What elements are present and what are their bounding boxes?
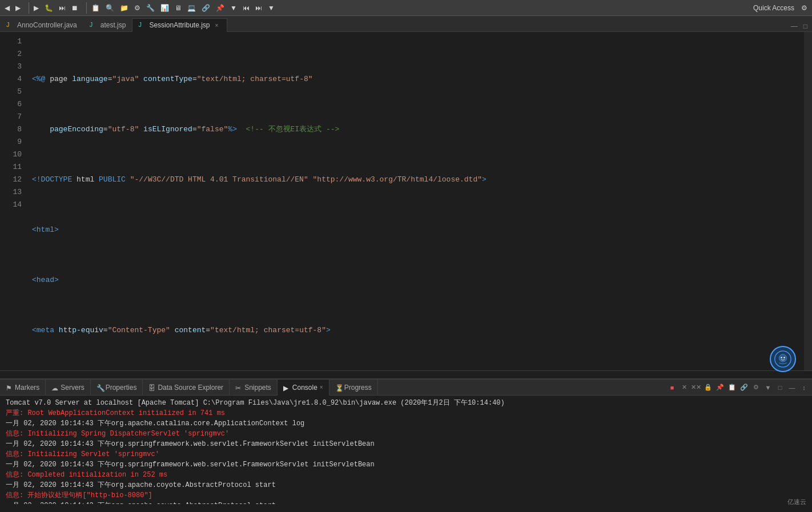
toolbar-btn-misc3[interactable]: 📁 [118,3,131,13]
console-line-1: 严重: Root WebApplicationContext initializ… [6,408,806,418]
console-line-9: 信息: 开始协议处理句柄["http-bio-8080"] [6,490,806,501]
toolbar-btn-misc6[interactable]: 📊 [158,3,171,13]
tab-atest[interactable]: J atest.jsp [83,18,132,31]
toolbar-btn-misc7[interactable]: 🖥 [172,3,184,13]
console-tab-datasource[interactable]: 🗄 Data Source Explorer [143,380,230,396]
console-tab-progress[interactable]: ⏳ Progress [329,380,378,396]
servers-icon: ☁ [51,384,58,391]
ai-assistant-icon [774,350,791,368]
toolbar-btn-misc9[interactable]: 🔗 [199,3,212,13]
console-tab-datasource-label: Data Source Explorer [158,384,223,392]
toolbar-btn-misc12[interactable]: ⏮ [240,3,252,13]
toolbar-btn-misc13[interactable]: ⏭ [253,3,264,13]
toolbar-btn-skip[interactable]: ⏭ [57,3,68,13]
toolbar-btn-misc2[interactable]: 🔍 [103,3,116,13]
toolbar-btn-misc14[interactable]: ▼ [266,3,277,13]
editor-area: 1 2 3 4 5 6 7 8 9 10 11 12 13 14 <%@ pag… [0,32,812,370]
console-line-4: 一月 02, 2020 10:14:43 下午org.springframewo… [6,439,806,449]
line-numbers: 1 2 3 4 5 6 7 8 9 10 11 12 13 14 [0,32,27,370]
toolbar-btn-misc4[interactable]: ⚙ [132,3,143,13]
toolbar-group-run: ▶ 🐛 ⏭ ⏹ [31,3,81,13]
console-line-2: 一月 02, 2020 10:14:43 下午org.apache.catali… [6,418,806,429]
console-tab-progress-label: Progress [344,384,372,392]
tab-anno-controller[interactable]: J AnnoController.java [0,18,83,31]
console-tab-servers-label: Servers [61,384,84,392]
tabs-controls: — □ [786,21,812,31]
tab-close-button[interactable]: × [213,21,221,29]
quick-access-label: Quick Access [753,4,799,12]
console-tab-markers[interactable]: ⚑ Markers [0,380,46,396]
console-expand-btn[interactable]: ▼ [762,382,774,393]
toolbar-btn-run[interactable]: ▶ [31,3,41,13]
console-settings-btn[interactable]: ⚙ [750,382,762,393]
console-maximize-btn[interactable]: ↕ [798,382,810,393]
line-num-8: 8 [3,123,22,136]
tabs-minimize-btn[interactable]: — [789,21,800,31]
watermark-text: 亿速云 [787,498,806,505]
java-file-icon: J [6,21,14,29]
console-link-btn[interactable]: 🔗 [738,382,750,393]
console-clear-all-btn[interactable]: ✕✕ [690,382,702,393]
toolbar-btn-debug[interactable]: 🐛 [42,3,55,13]
console-clear-btn[interactable]: ✕ [678,382,690,393]
toolbar-btn-stop[interactable]: ⏹ [69,3,81,13]
console-tab-properties-label: Properties [106,384,137,392]
code-line-3: <!DOCTYPE html PUBLIC "-//W3C//DTD HTML … [32,174,799,186]
code-line-1: <%@ page language="java" contentType="te… [32,73,799,86]
console-tabs-bar: ⚑ Markers ☁ Servers 🔧 Properties 🗄 Data … [0,380,812,396]
ai-assistant-button[interactable] [770,346,796,372]
line-num-7: 7 [3,111,22,123]
code-line-5: <head> [32,274,799,287]
console-copy-btn[interactable]: 📋 [726,382,738,393]
tab-atest-label: atest.jsp [101,21,126,29]
console-tab-close[interactable]: × [320,384,323,390]
console-tab-console-label: Console [292,384,317,392]
toolbar-group-nav: ◀ ▶ [2,3,23,13]
line-num-12: 12 [3,174,22,186]
console-scroll-lock-btn[interactable]: 🔒 [702,382,714,393]
properties-icon: 🔧 [97,384,103,391]
toolbar-btn-misc11[interactable]: ▼ [228,3,239,13]
toolbar-btn-misc5[interactable]: 🔧 [144,3,157,13]
tab-session-attribute[interactable]: J SessionAttribute.jsp × [132,18,227,32]
console-line-5: 信息: Initializing Servlet 'springmvc' [6,449,806,459]
code-line-4: <html> [32,224,799,236]
progress-icon: ⏳ [335,384,342,391]
toolbar-group-misc: 📋 🔍 📁 ⚙ 🔧 📊 🖥 💻 🔗 📌 ▼ ⏮ ⏭ ▼ [89,3,277,13]
toolbar-btn-back[interactable]: ◀ [2,3,12,13]
console-minimize-btn[interactable]: — [786,382,798,393]
toolbar-btn-forward[interactable]: ▶ [13,3,23,13]
console-tab-servers[interactable]: ☁ Servers [46,380,90,396]
line-num-9: 9 [3,136,22,148]
toolbar-btn-misc10[interactable]: 📌 [214,3,227,13]
console-output[interactable]: Tomcat v7.0 Server at localhost [Apache … [0,396,812,504]
tab-session-label: SessionAttribute.jsp [149,21,210,29]
line-num-1: 1 [3,35,22,48]
tabs-maximize-btn[interactable]: □ [801,21,810,31]
console-tab-snippets[interactable]: ✂ Snippets [230,380,278,396]
editor-scrollbar[interactable] [804,32,812,370]
svg-point-3 [783,357,785,358]
line-num-14: 14 [3,199,22,211]
console-tab-console[interactable]: ▶ Console × [278,380,329,396]
console-line-3: 信息: Initializing Spring DispatcherServle… [6,429,806,439]
toolbar-btn-misc1[interactable]: 📋 [89,3,102,13]
editor-hscroll[interactable] [0,370,812,378]
editor-tabs-bar: J AnnoController.java J atest.jsp J Sess… [0,16,812,32]
code-editor[interactable]: <%@ page language="java" contentType="te… [27,32,804,370]
console-pin-btn[interactable]: 📌 [714,382,726,393]
toolbar-btn-misc8[interactable]: 💻 [185,3,198,13]
svg-point-1 [779,354,786,362]
line-num-10: 10 [3,148,22,161]
svg-point-2 [781,357,782,358]
line-num-13: 13 [3,186,22,199]
console-line-6: 一月 02, 2020 10:14:43 下午org.springframewo… [6,459,806,470]
main-toolbar: ◀ ▶ ▶ 🐛 ⏭ ⏹ 📋 🔍 📁 ⚙ 🔧 📊 🖥 💻 🔗 📌 ▼ ⏮ ⏭ ▼ … [0,0,812,16]
console-stop-btn[interactable]: ■ [666,382,678,393]
toolbar-btn-settings[interactable]: ⚙ [799,3,810,13]
console-line-8: 一月 02, 2020 10:14:43 下午org.apache.coyote… [6,480,806,490]
datasource-icon: 🗄 [148,384,155,391]
console-tab-markers-label: Markers [15,384,39,392]
console-newwindow-btn[interactable]: □ [774,382,786,393]
console-tab-properties[interactable]: 🔧 Properties [91,380,143,396]
